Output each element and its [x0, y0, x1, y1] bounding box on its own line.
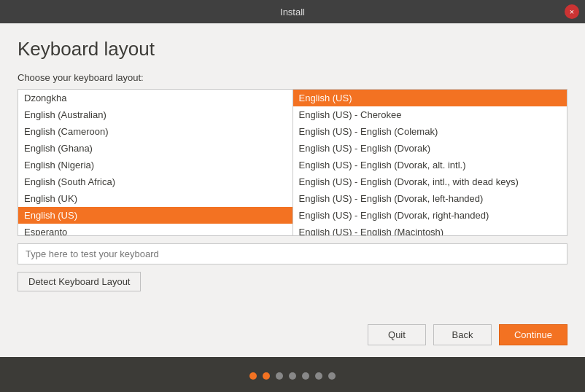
keyboard-layout-lists: DzongkhaEnglish (Australian)English (Cam… — [18, 89, 567, 236]
quit-button[interactable]: Quit — [368, 324, 426, 345]
list-item[interactable]: English (South Africa) — [18, 173, 292, 190]
list-item[interactable]: English (Nigeria) — [18, 157, 292, 173]
list-item[interactable]: English (US) - English (Macintosh) — [293, 224, 567, 235]
back-button[interactable]: Back — [433, 324, 492, 345]
list-item[interactable]: English (Australian) — [18, 106, 292, 123]
progress-dot-1 — [263, 372, 270, 380]
list-item[interactable]: English (US) — [293, 90, 567, 106]
progress-dot-2 — [276, 372, 283, 380]
list-item[interactable]: English (US) - English (Dvorak, right-ha… — [293, 207, 567, 224]
layout-left-list[interactable]: DzongkhaEnglish (Australian)English (Cam… — [18, 90, 293, 235]
list-item[interactable]: English (US) - English (Dvorak, alt. int… — [293, 157, 567, 173]
progress-dot-3 — [289, 372, 296, 380]
window-title: Install — [280, 7, 305, 17]
list-item[interactable]: English (US) - English (Dvorak, intl., w… — [293, 173, 567, 190]
progress-dot-6 — [328, 372, 336, 380]
titlebar: Install × — [0, 0, 585, 23]
list-item[interactable]: English (Ghana) — [18, 140, 292, 157]
layout-right-list[interactable]: English (US)English (US) - CherokeeEngli… — [293, 90, 567, 235]
list-item[interactable]: English (US) - English (Dvorak, left-han… — [293, 190, 567, 207]
list-item[interactable]: English (US) — [18, 207, 292, 224]
list-item[interactable]: Dzongkha — [18, 90, 292, 106]
progress-dot-0 — [249, 372, 257, 380]
lists-wrapper: DzongkhaEnglish (Australian)English (Cam… — [18, 89, 567, 243]
list-item[interactable]: English (US) - English (Dvorak) — [293, 140, 567, 157]
install-window: Install × Keyboard layout Choose your ke… — [0, 0, 585, 357]
section-label: Choose your keyboard layout: — [18, 72, 567, 83]
progress-dot-5 — [315, 372, 322, 380]
list-item[interactable]: English (Cameroon) — [18, 123, 292, 140]
detect-keyboard-button[interactable]: Detect Keyboard Layout — [18, 272, 141, 291]
list-item[interactable]: Esperanto — [18, 224, 292, 235]
keyboard-test-input[interactable] — [18, 243, 567, 264]
list-item[interactable]: English (US) - English (Colemak) — [293, 123, 567, 140]
progress-dots — [0, 361, 585, 391]
list-item[interactable]: English (UK) — [18, 190, 292, 207]
page-title: Keyboard layout — [18, 38, 567, 60]
progress-dot-4 — [302, 372, 309, 380]
content-area: Keyboard layout Choose your keyboard lay… — [0, 23, 585, 357]
continue-button[interactable]: Continue — [499, 324, 567, 345]
close-button[interactable]: × — [565, 4, 579, 19]
button-row: Quit Back Continue — [18, 324, 567, 345]
list-item[interactable]: English (US) - Cherokee — [293, 106, 567, 123]
